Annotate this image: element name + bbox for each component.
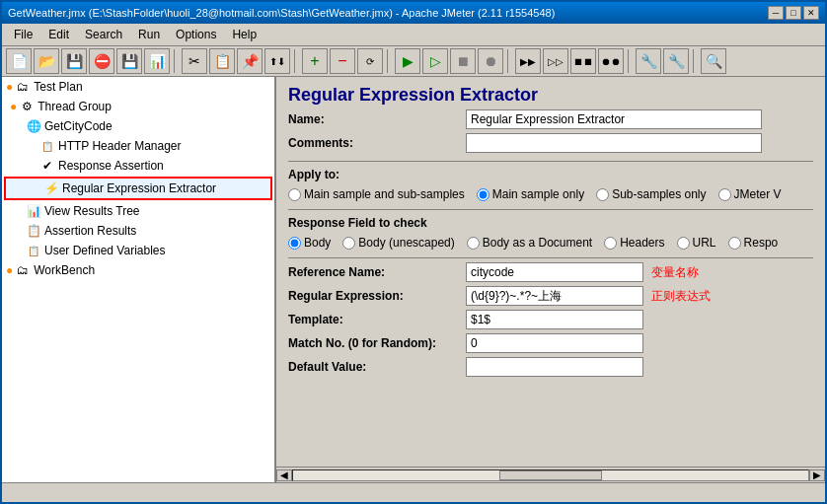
response-respo[interactable]: Respo xyxy=(728,236,779,250)
response-url-radio[interactable] xyxy=(677,237,690,250)
apply-sub-only[interactable]: Sub-samples only xyxy=(596,187,706,201)
toolbar-report[interactable]: 📊 xyxy=(144,48,170,74)
toolbar-sep2 xyxy=(294,49,298,73)
toolbar-expand[interactable]: ⬆⬇ xyxy=(264,48,290,74)
reference-name-input[interactable] xyxy=(466,262,643,282)
response-headers[interactable]: Headers xyxy=(604,236,664,250)
response-assertion-label: Response Assertion xyxy=(58,159,164,173)
response-body-unescaped-label: Body (unescaped) xyxy=(358,236,454,250)
toolbar-clear[interactable]: ⟳ xyxy=(357,48,383,74)
response-body-unescaped[interactable]: Body (unescaped) xyxy=(342,236,454,250)
name-section: Name: Comments: xyxy=(276,109,825,157)
apply-main-sub-radio[interactable] xyxy=(288,188,301,201)
menu-edit[interactable]: Edit xyxy=(40,26,77,43)
toolbar-remote1[interactable]: ▶▶ xyxy=(515,48,541,74)
tree-item-workbench[interactable]: ● 🗂 WorkBench xyxy=(2,260,274,280)
response-body[interactable]: Body xyxy=(288,236,331,250)
scroll-track[interactable] xyxy=(292,469,809,481)
response-body-doc[interactable]: Body as a Document xyxy=(467,236,592,250)
tree-item-assertion-results[interactable]: 📋 Assertion Results xyxy=(2,221,274,241)
toolbar-remote2[interactable]: ▷▷ xyxy=(543,48,568,74)
toolbar-remote4[interactable]: ⏺⏺ xyxy=(598,48,624,74)
toolbar-run2[interactable]: ▷ xyxy=(422,48,448,74)
maximize-button[interactable]: □ xyxy=(786,6,801,20)
menu-help[interactable]: Help xyxy=(224,26,264,43)
menu-search[interactable]: Search xyxy=(77,26,130,43)
comments-input[interactable] xyxy=(466,133,762,153)
response-url[interactable]: URL xyxy=(677,236,716,250)
template-input[interactable] xyxy=(466,310,643,329)
menu-options[interactable]: Options xyxy=(168,26,224,43)
response-body-doc-radio[interactable] xyxy=(467,237,480,250)
toolbar-copy[interactable]: 📋 xyxy=(209,48,235,74)
response-headers-radio[interactable] xyxy=(604,237,617,250)
connector-icon: ● xyxy=(10,100,17,113)
spacer xyxy=(276,381,825,467)
toolbar-save[interactable]: 💾 xyxy=(61,48,87,74)
toolbar-stop[interactable]: ⛔ xyxy=(89,48,114,74)
response-body-doc-label: Body as a Document xyxy=(483,236,592,250)
tree-item-view-results-tree[interactable]: 📊 View Results Tree xyxy=(2,201,274,221)
tree-item-regex-extractor-wrapper: ⚡ Regular Expression Extractor xyxy=(4,177,272,200)
scroll-right-btn[interactable]: ▶ xyxy=(809,469,825,481)
tree-item-response-assertion[interactable]: ✔ Response Assertion xyxy=(2,156,274,176)
apply-main-sub[interactable]: Main sample and sub-samples xyxy=(288,187,465,201)
toolbar-remove[interactable]: − xyxy=(330,48,355,74)
toolbar-search[interactable]: 🔍 xyxy=(701,48,726,74)
toolbar-tool1[interactable]: 🔧 xyxy=(636,48,661,74)
toolbar-run[interactable]: ▶ xyxy=(395,48,420,74)
default-value-input[interactable] xyxy=(466,357,643,377)
apply-jmeter-radio[interactable] xyxy=(718,188,731,201)
toolbar-cut[interactable]: ✂ xyxy=(182,48,207,74)
test-plan-label: Test Plan xyxy=(34,80,82,94)
tree-item-regex-extractor[interactable]: ⚡ Regular Expression Extractor xyxy=(6,179,270,198)
apply-main-only[interactable]: Main sample only xyxy=(477,187,584,201)
toolbar-tool2[interactable]: 🔧 xyxy=(663,48,689,74)
match-no-row: Match No. (0 for Random): xyxy=(288,333,813,353)
toolbar-remote3[interactable]: ⏹⏹ xyxy=(570,48,596,74)
toolbar-paste[interactable]: 📌 xyxy=(237,48,263,74)
toolbar-stop3[interactable]: ⏺ xyxy=(478,48,503,74)
regex-input[interactable] xyxy=(466,286,643,306)
apply-main-only-radio[interactable] xyxy=(477,188,489,201)
response-body-unescaped-radio[interactable] xyxy=(342,237,355,250)
test-plan-icon: 🗂 xyxy=(15,79,31,95)
toolbar-save2[interactable]: 💾 xyxy=(116,48,142,74)
tree-item-test-plan[interactable]: ● 🗂 Test Plan xyxy=(2,77,274,97)
tree-item-thread-group[interactable]: ● ⚙ Thread Group xyxy=(2,97,274,116)
match-no-input[interactable] xyxy=(466,333,643,353)
response-assertion-icon: ✔ xyxy=(39,158,55,174)
panel-title: Regular Expression Extractor xyxy=(276,77,825,109)
tree-item-http-header[interactable]: 📋 HTTP Header Manager xyxy=(2,136,274,156)
tree-panel: ● 🗂 Test Plan ● ⚙ Thread Group 🌐 GetCity… xyxy=(2,77,276,482)
minimize-button[interactable]: ─ xyxy=(768,6,784,20)
default-value-row: Default Value: xyxy=(288,357,813,377)
toolbar-stop2[interactable]: ⏹ xyxy=(450,48,476,74)
scroll-thumb[interactable] xyxy=(499,470,602,480)
horizontal-scrollbar[interactable]: ◀ ▶ xyxy=(276,467,825,482)
name-label: Name: xyxy=(288,112,466,126)
response-field-label: Response Field to check xyxy=(276,214,825,232)
getcitycode-icon: 🌐 xyxy=(26,118,41,134)
tree-item-user-defined[interactable]: 📋 User Defined Variables xyxy=(2,241,274,260)
toolbar-sep1 xyxy=(174,49,178,73)
close-button[interactable]: ✕ xyxy=(803,6,819,20)
apply-sub-only-label: Sub-samples only xyxy=(612,187,706,201)
apply-sub-only-radio[interactable] xyxy=(596,188,609,201)
right-panel: Regular Expression Extractor Name: Comme… xyxy=(276,77,825,482)
tree-item-getcitycode[interactable]: 🌐 GetCityCode xyxy=(2,116,274,136)
response-respo-radio[interactable] xyxy=(728,237,741,250)
response-headers-label: Headers xyxy=(620,236,664,250)
scroll-left-btn[interactable]: ◀ xyxy=(276,469,292,481)
menu-run[interactable]: Run xyxy=(130,26,168,43)
toolbar-add[interactable]: + xyxy=(302,48,328,74)
apply-jmeter[interactable]: JMeter V xyxy=(718,187,782,201)
toolbar-new[interactable]: 📄 xyxy=(6,48,32,74)
toolbar-open[interactable]: 📂 xyxy=(34,48,59,74)
name-row: Name: xyxy=(288,109,813,129)
name-input[interactable] xyxy=(466,109,762,129)
toolbar-sep5 xyxy=(628,49,632,73)
connector-icon: ● xyxy=(6,80,13,94)
response-body-radio[interactable] xyxy=(288,237,301,250)
menu-file[interactable]: File xyxy=(6,26,40,43)
